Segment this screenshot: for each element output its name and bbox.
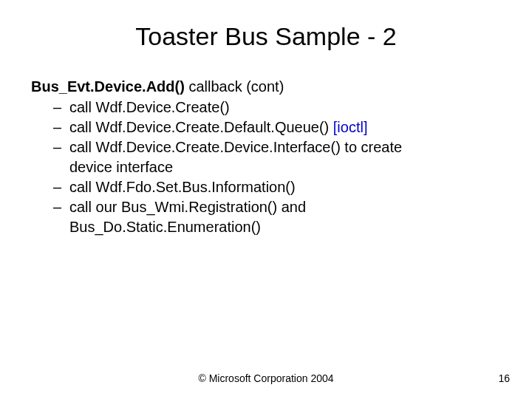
bullet-text: call Wdf.Device.Create()	[69, 99, 230, 115]
content-heading: Bus_Evt.Device.Add() callback (cont)	[31, 77, 502, 96]
bullet-list: call Wdf.Device.Create() call Wdf.Device…	[31, 98, 502, 237]
bullet-item: call Wdf.Device.Create()	[53, 98, 502, 117]
bullet-text: call our Bus_Wmi.Registration() and	[69, 199, 306, 215]
bullet-item: call our Bus_Wmi.Registration() and	[53, 197, 502, 217]
heading-normal-part: callback (cont)	[185, 78, 284, 95]
slide-content: Bus_Evt.Device.Add() callback (cont) cal…	[30, 77, 502, 237]
bullet-text: call Wdf.Fdo.Set.Bus.Information()	[69, 179, 296, 195]
ioctl-annotation: [ioctl]	[333, 119, 368, 135]
bullet-item: call Wdf.Device.Create.Device.Interface(…	[53, 137, 502, 157]
bullet-item: call Wdf.Fdo.Set.Bus.Information()	[53, 177, 502, 197]
bullet-item: call Wdf.Device.Create.Default.Queue() […	[53, 117, 502, 137]
footer-copyright: © Microsoft Corporation 2004	[0, 372, 532, 384]
slide-title: Toaster Bus Sample - 2	[30, 22, 502, 51]
page-number: 16	[498, 372, 510, 384]
bullet-continuation: device interface	[53, 157, 502, 177]
bullet-text: call Wdf.Device.Create.Device.Interface(…	[69, 139, 402, 155]
bullet-text: call Wdf.Device.Create.Default.Queue()	[69, 119, 333, 135]
bullet-continuation: Bus_Do.Static.Enumeration()	[53, 217, 502, 237]
slide-container: Toaster Bus Sample - 2 Bus_Evt.Device.Ad…	[0, 0, 532, 399]
heading-bold-part: Bus_Evt.Device.Add()	[31, 78, 185, 95]
